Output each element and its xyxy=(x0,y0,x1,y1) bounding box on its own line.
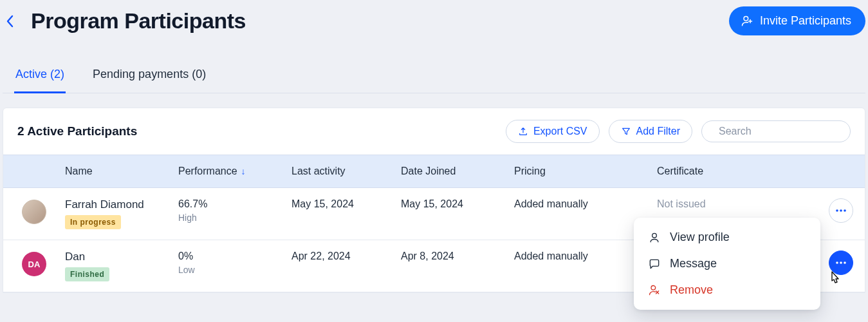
svg-point-3 xyxy=(844,209,846,212)
row-actions-button[interactable] xyxy=(829,198,853,223)
date-joined: Apr 8, 2024 xyxy=(401,251,514,262)
participant-name: Farrah Diamond xyxy=(65,198,178,211)
svg-point-6 xyxy=(844,261,846,264)
menu-remove[interactable]: Remove xyxy=(634,277,820,303)
user-remove-icon xyxy=(648,284,661,297)
last-activity: May 15, 2024 xyxy=(291,198,401,210)
message-icon xyxy=(648,258,661,270)
export-csv-button[interactable]: Export CSV xyxy=(506,120,600,143)
svg-point-5 xyxy=(840,261,842,264)
menu-message-label: Message xyxy=(670,257,717,270)
menu-view-profile-label: View profile xyxy=(670,231,730,244)
row-actions-menu: View profile Message Remove xyxy=(634,218,820,310)
certificate: Not issued xyxy=(657,198,815,210)
dots-horizontal-icon xyxy=(835,209,847,213)
performance-level: High xyxy=(178,213,291,223)
invite-participants-button[interactable]: Invite Participants xyxy=(729,6,865,35)
chevron-left-icon xyxy=(6,15,15,28)
performance-value: 0% xyxy=(178,251,291,262)
filter-icon xyxy=(621,126,631,137)
column-last-activity[interactable]: Last activity xyxy=(291,166,401,177)
tabs: Active (2) Pending payments (0) xyxy=(3,68,865,93)
add-filter-label: Add Filter xyxy=(636,126,680,137)
search-field-wrap[interactable] xyxy=(701,120,851,142)
menu-remove-label: Remove xyxy=(670,283,713,297)
date-joined: May 15, 2024 xyxy=(401,198,514,210)
column-pricing[interactable]: Pricing xyxy=(514,166,657,177)
avatar: DA xyxy=(22,252,46,276)
last-activity: Apr 22, 2024 xyxy=(291,251,401,262)
sort-desc-icon: ↓ xyxy=(241,166,246,176)
menu-view-profile[interactable]: View profile xyxy=(634,224,820,251)
svg-point-1 xyxy=(836,209,838,212)
status-badge: Finished xyxy=(65,267,109,281)
dots-horizontal-icon xyxy=(835,261,847,265)
svg-point-2 xyxy=(840,209,842,212)
upload-icon xyxy=(518,126,528,137)
user-icon xyxy=(648,231,661,244)
column-name[interactable]: Name xyxy=(65,166,178,177)
svg-point-4 xyxy=(836,261,838,264)
search-input[interactable] xyxy=(719,126,847,137)
invite-participants-label: Invite Participants xyxy=(760,14,851,28)
tab-active-label: Active xyxy=(15,68,47,80)
tab-pending-label: Pending payments xyxy=(93,68,189,80)
pricing: Added manually xyxy=(514,198,657,210)
add-filter-button[interactable]: Add Filter xyxy=(609,120,692,143)
tab-pending-payments[interactable]: Pending payments (0) xyxy=(91,68,207,93)
page-title: Program Participants xyxy=(31,8,246,33)
menu-message[interactable]: Message xyxy=(634,251,820,277)
panel-title: 2 Active Participants xyxy=(17,124,137,138)
column-certificate[interactable]: Certificate xyxy=(657,166,815,177)
performance-level: Low xyxy=(178,265,291,275)
tab-pending-count: (0) xyxy=(192,68,206,80)
performance-value: 66.7% xyxy=(178,198,291,210)
table-header: Name Performance ↓ Last activity Date Jo… xyxy=(3,155,865,188)
tab-active-count: (2) xyxy=(50,68,64,80)
back-button[interactable] xyxy=(3,14,18,29)
participant-name: Dan xyxy=(65,251,178,263)
status-badge: In progress xyxy=(65,215,121,229)
export-csv-label: Export CSV xyxy=(533,126,587,137)
avatar xyxy=(22,200,46,224)
user-plus-icon xyxy=(741,15,753,28)
tab-active[interactable]: Active (2) xyxy=(14,68,66,93)
row-actions-button[interactable] xyxy=(829,251,853,275)
column-date-joined[interactable]: Date Joined xyxy=(401,166,514,177)
column-performance[interactable]: Performance ↓ xyxy=(178,166,291,177)
